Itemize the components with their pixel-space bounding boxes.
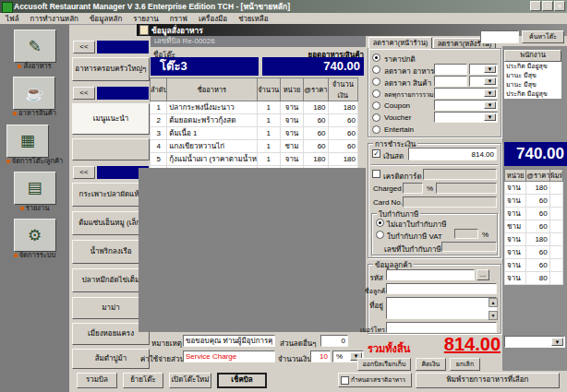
menu-item-main-operations[interactable]: การทำงานหลัก	[25, 13, 84, 25]
chevron-down-icon[interactable]: ▼	[484, 77, 496, 85]
notes-label: หมายเหตุ	[151, 338, 181, 350]
side-summary-row[interactable]: ชาม60	[505, 220, 563, 233]
other-charge-input[interactable]	[183, 350, 275, 362]
chevron-down-icon[interactable]: ▼	[484, 89, 496, 97]
staff-row[interactable]: ประกิต มีอยู่สุข	[504, 89, 561, 99]
category-family-button[interactable]: อาหารครอบครัวใหญ่ๆ	[72, 57, 150, 81]
discount-food-combo[interactable]: ▼	[469, 64, 498, 75]
sidebar-item-system[interactable]: ⚙ จัดการระบบ	[14, 219, 56, 259]
find-table-button[interactable]: ค้นหาโต๊ะ	[522, 30, 564, 43]
credit-checkbox[interactable]	[372, 170, 380, 178]
coupon-combo[interactable]: ▼	[434, 100, 498, 111]
amount-input[interactable]	[310, 350, 331, 362]
radio-vat[interactable]	[376, 231, 384, 239]
tax-number-field[interactable]	[441, 242, 497, 252]
staff-list: พนักงาน ประกิต มีอยู่สุข มานะ มีสุข มานะ…	[504, 50, 561, 99]
sidebar-item-order[interactable]: ✎ สั่งอาหาร	[14, 30, 56, 70]
charged-field[interactable]	[403, 183, 423, 194]
radio-discount-goods[interactable]	[372, 77, 380, 86]
print-selected-button[interactable]: พิมพ์รายการอาหารที่เลือก	[416, 373, 560, 388]
side-summary-row[interactable]: จาน60	[505, 259, 563, 272]
category-recommended-button[interactable]: เมนูแนะนำ	[72, 103, 150, 135]
category-blank-button[interactable]	[72, 138, 150, 160]
collapse-button-3[interactable]: <<	[73, 166, 95, 179]
order-row[interactable]: 2ต้มยอดมะพร้าวกุ้งสด1จาน6060	[151, 114, 358, 127]
customer-browse-button[interactable]: ...	[477, 269, 489, 280]
chevron-down-icon[interactable]: ▼	[484, 65, 496, 73]
sidebar-item-tables-customers[interactable]: ▦ จัดการโต๊ะ/ลูกค้า	[6, 125, 63, 165]
table-search-input[interactable]	[480, 30, 519, 43]
order-row[interactable]: 3ต้มเนื้อ 11จาน6060	[151, 127, 358, 140]
radio-discount-all[interactable]	[372, 89, 380, 98]
sidebar-item-reports[interactable]: ▤ รายงาน	[14, 172, 56, 212]
customer-name-field[interactable]	[386, 283, 497, 294]
menu-item-button-7[interactable]: ส้มตำปูม้า	[72, 349, 150, 369]
move-table-button[interactable]: ย้ายโต๊ะ	[123, 373, 163, 388]
menu-item-file[interactable]: ไฟล์	[0, 13, 25, 25]
side-summary-row[interactable]: จาน80	[505, 272, 563, 285]
charge-button[interactable]: คิดเงิน	[416, 358, 446, 371]
discount-goods-field[interactable]	[434, 76, 467, 87]
gears-icon: ⚙	[14, 219, 56, 252]
side-summary-row[interactable]: จาน60	[505, 246, 563, 259]
vat-field[interactable]	[454, 229, 478, 239]
chevron-down-icon[interactable]: ▼	[551, 338, 563, 346]
bullet-icon	[13, 112, 17, 115]
credit-field[interactable]	[423, 169, 497, 180]
charged-amount-field[interactable]	[436, 183, 497, 194]
voucher-combo[interactable]: ▼	[434, 112, 498, 123]
issue-bill-button[interactable]: ออกบิลเรียกเก็บ	[357, 358, 411, 371]
customer-code-field[interactable]	[386, 269, 475, 280]
maximize-button[interactable]: □	[542, 1, 553, 11]
radio-coupon[interactable]	[372, 101, 380, 110]
sidebar-item-food[interactable]: ☕ อาหารสินค้า	[13, 77, 56, 117]
staff-row[interactable]: ประกิต มีอยู่สุข	[504, 62, 561, 71]
chevron-down-icon[interactable]: ▼	[484, 101, 496, 109]
cash-register-icon: ▦	[6, 125, 49, 158]
notes-input[interactable]	[183, 335, 275, 347]
open-table-button[interactable]: เปิดโต๊ะใหม่	[169, 373, 211, 388]
cardno-field[interactable]	[403, 196, 497, 208]
merge-bill-button[interactable]: รวมบิล	[77, 373, 117, 388]
menu-item-help[interactable]: ช่วยเหลือ	[233, 13, 273, 25]
chevron-down-icon[interactable]: ▼	[484, 113, 496, 121]
cash-checkbox[interactable]: ✓	[372, 149, 380, 158]
customer-address-textarea[interactable]	[386, 297, 497, 319]
radio-normal-price-label: ราคาปกติ	[384, 53, 416, 65]
radio-voucher[interactable]	[372, 113, 380, 122]
radio-no-tax[interactable]	[376, 219, 384, 227]
staff-row[interactable]: มานะ มีสุข	[504, 80, 561, 89]
discount-all-combo[interactable]: ▼	[434, 88, 498, 99]
spin-down-icon[interactable]: ▼	[489, 311, 498, 320]
order-row[interactable]: 1ปลากระพงนึ่งมะนาว1จาน180180	[151, 101, 358, 114]
check-bill-button[interactable]: เช็คบิล	[217, 373, 267, 388]
staff-row[interactable]: มานะ มีสุข	[504, 71, 561, 80]
order-row[interactable]: 4แกงเขียวหวานไก่1ชาม6060	[151, 140, 358, 153]
category-strip-1	[97, 41, 149, 53]
side-summary-row[interactable]: จาน60	[505, 208, 563, 220]
sidebar: ✎ สั่งอาหาร ☕ อาหารสินค้า ▦ จัดการโต๊ะ/ล…	[0, 24, 69, 392]
collapse-button-1[interactable]: <<	[73, 41, 95, 53]
no-tax-label: ไม่เอาใบกำกับภาษี	[387, 219, 447, 231]
tab-discount-front[interactable]: ลดราคา(หน้าร้าน)	[368, 37, 432, 49]
radio-normal-price[interactable]	[372, 53, 380, 62]
discount-goods-combo[interactable]: ▼	[469, 76, 498, 87]
customer-phone-field[interactable]	[386, 322, 497, 333]
bottom-combo[interactable]: ▼	[504, 336, 565, 348]
order-row[interactable]: 5กุ้งแม่น้ำเผา (ราคาตามน้ำห1จาน180180	[151, 153, 358, 166]
radio-discount-food[interactable]	[372, 65, 380, 74]
minimize-button[interactable]: _	[530, 1, 541, 11]
close-button[interactable]: ×	[554, 1, 565, 11]
side-summary-row[interactable]: จาน180	[505, 182, 563, 195]
cancel-button[interactable]: ยกเลิก	[450, 358, 480, 371]
discount-food-field[interactable]	[434, 64, 467, 75]
other-discount-input[interactable]	[320, 335, 348, 347]
side-summary-row[interactable]: จาน60	[505, 195, 563, 208]
menu-item-master-data[interactable]: ข้อมูลหลัก	[84, 13, 127, 25]
side-summary-row[interactable]: จาน180	[505, 233, 563, 246]
collapse-button-2[interactable]: <<	[73, 87, 95, 100]
radio-entertain[interactable]	[372, 125, 380, 134]
spin-up-icon[interactable]: ▲	[489, 298, 498, 307]
taste-checkbox[interactable]	[341, 376, 349, 385]
cash-amount-input[interactable]	[408, 148, 497, 160]
